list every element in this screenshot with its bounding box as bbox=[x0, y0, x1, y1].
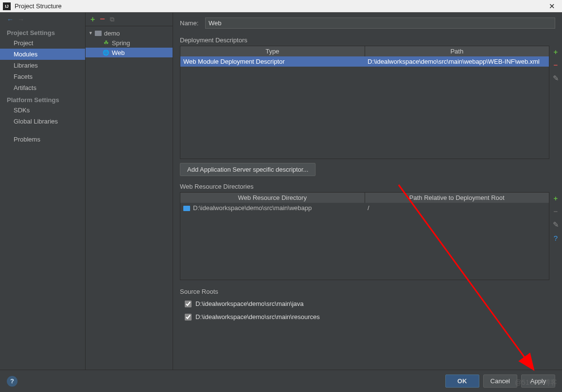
col-path: Path bbox=[365, 46, 549, 56]
tree-node-web[interactable]: 🌐Web bbox=[86, 48, 173, 57]
source-root-row: D:\idealworkspace\demo\src\main\resource… bbox=[180, 310, 562, 323]
nav-arrows: ← → bbox=[0, 13, 85, 26]
sidebar-item-libraries[interactable]: Libraries bbox=[0, 60, 85, 71]
sidebar-item-facets[interactable]: Facets bbox=[0, 71, 85, 82]
deploy-edit-icon[interactable]: ✎ bbox=[553, 74, 559, 83]
window-title: Project Structure bbox=[15, 2, 544, 10]
tree-toolbar: + − ⧉ bbox=[86, 13, 173, 26]
dialog-footer: ? OK Cancel Apply bbox=[0, 370, 562, 392]
col-webres-path: Path Relative to Deployment Root bbox=[365, 193, 549, 203]
sidebar-item-modules[interactable]: Modules bbox=[0, 49, 85, 60]
webres-row[interactable]: D:\idealworkspace\demo\src\main\webapp/ bbox=[180, 203, 549, 213]
source-root-checkbox[interactable] bbox=[185, 301, 192, 307]
remove-icon[interactable]: − bbox=[100, 14, 105, 24]
sidebar-item-global-libraries[interactable]: Global Libraries bbox=[0, 116, 85, 127]
source-root-row: D:\idealworkspace\demo\src\main\java bbox=[180, 297, 562, 310]
tree-root-label: demo bbox=[104, 30, 120, 37]
webres-remove-icon[interactable]: − bbox=[554, 207, 558, 215]
spring-icon: ☘ bbox=[104, 39, 109, 46]
col-webres-dir: Web Resource Directory bbox=[180, 193, 365, 203]
name-label: Name: bbox=[180, 19, 205, 27]
forward-icon[interactable]: → bbox=[18, 16, 24, 23]
section-platform-settings: Platform Settings bbox=[0, 93, 85, 105]
cancel-button[interactable]: Cancel bbox=[483, 374, 517, 388]
name-input[interactable] bbox=[205, 18, 555, 29]
add-icon[interactable]: + bbox=[90, 15, 95, 24]
app-icon: IJ bbox=[3, 2, 11, 10]
title-bar: IJ Project Structure ✕ bbox=[0, 0, 562, 13]
sidebar-item-artifacts[interactable]: Artifacts bbox=[0, 82, 85, 93]
sidebar-item-problems[interactable]: Problems bbox=[0, 134, 85, 145]
deploy-descriptors-label: Deployment Descriptors bbox=[180, 36, 562, 44]
folder-icon bbox=[95, 31, 102, 36]
deploy-row[interactable]: Web Module Deployment DescriptorD:\ideal… bbox=[180, 56, 549, 67]
module-tree: ▼ demo ☘Spring🌐Web bbox=[86, 26, 173, 57]
deploy-remove-icon[interactable]: − bbox=[554, 61, 558, 69]
ok-button[interactable]: OK bbox=[445, 374, 479, 388]
apply-button[interactable]: Apply bbox=[521, 374, 555, 388]
tree-node-spring[interactable]: ☘Spring bbox=[86, 38, 173, 48]
section-project-settings: Project Settings bbox=[0, 26, 85, 37]
webres-help-icon[interactable]: ? bbox=[554, 234, 558, 242]
sidebar-item-sdks[interactable]: SDKs bbox=[0, 105, 85, 116]
source-root-checkbox[interactable] bbox=[185, 314, 192, 321]
add-descriptor-button[interactable]: Add Application Server specific descript… bbox=[180, 163, 316, 176]
close-icon[interactable]: ✕ bbox=[544, 2, 559, 11]
webres-label: Web Resource Directories bbox=[180, 183, 562, 190]
webres-add-icon[interactable]: + bbox=[554, 194, 558, 202]
webres-table[interactable]: Web Resource Directory Path Relative to … bbox=[180, 192, 549, 280]
webres-edit-icon[interactable]: ✎ bbox=[553, 220, 559, 229]
deploy-add-icon[interactable]: + bbox=[554, 48, 558, 56]
deploy-table[interactable]: Type Path Web Module Deployment Descript… bbox=[180, 46, 549, 159]
source-roots-label: Source Roots bbox=[180, 288, 562, 295]
back-icon[interactable]: ← bbox=[7, 16, 14, 23]
web-icon: 🌐 bbox=[103, 50, 109, 56]
tree-root[interactable]: ▼ demo bbox=[86, 28, 173, 38]
col-type: Type bbox=[180, 46, 365, 56]
module-tree-panel: + − ⧉ ▼ demo ☘Spring🌐Web bbox=[86, 13, 173, 370]
copy-icon[interactable]: ⧉ bbox=[110, 16, 114, 23]
facet-content: Name: Deployment Descriptors Type Path W… bbox=[173, 13, 562, 370]
settings-sidebar: ← → Project Settings ProjectModulesLibra… bbox=[0, 13, 86, 370]
folder-icon bbox=[183, 206, 190, 211]
help-icon[interactable]: ? bbox=[7, 376, 18, 387]
sidebar-item-project[interactable]: Project bbox=[0, 37, 85, 49]
